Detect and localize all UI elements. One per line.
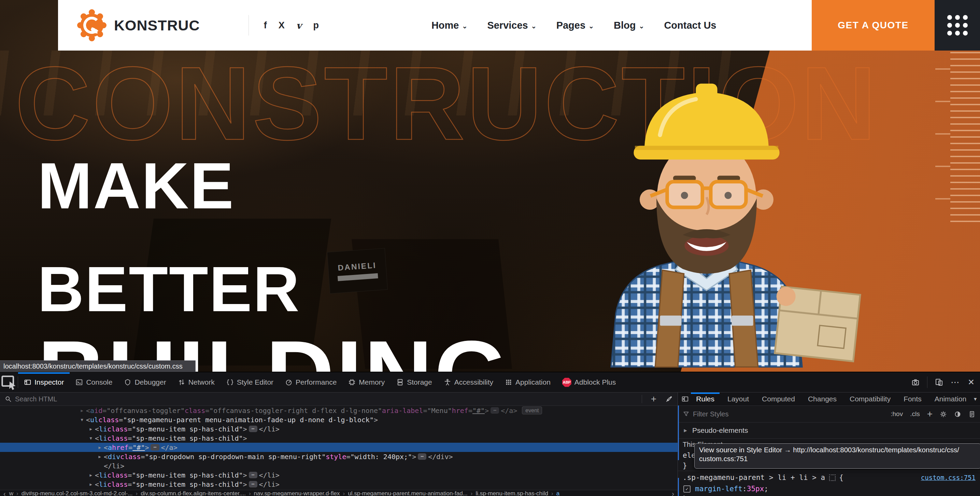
stylesheet-source-link[interactable]: custom.css:751 (921, 474, 975, 481)
sidebar-tab-changes[interactable]: Changes (802, 392, 843, 405)
light-scheme-simulation-button[interactable] (940, 411, 947, 418)
html-tree-row[interactable]: ▶<a href="#">⋯</a> (0, 443, 678, 452)
code-token: li (99, 471, 107, 479)
html-tree-row[interactable]: ▶<a id="offcanvas-toggler" class="offcan… (0, 406, 678, 415)
html-tree-row[interactable]: ▶<li class="sp-menu-item sp-has-child">⋯… (0, 424, 678, 434)
breadcrumb-item[interactable]: nav.sp-megamenu-wrapper.d-flex (254, 490, 340, 496)
vimeo-icon[interactable]: v (296, 20, 302, 31)
hero-headline-line1: MAKE (38, 153, 234, 218)
code-token: ul (90, 416, 98, 424)
search-html-input[interactable]: Search HTML (15, 395, 57, 403)
expand-inline-icon[interactable]: ⋯ (418, 453, 426, 460)
apps-grid-button[interactable] (935, 0, 980, 51)
breadcrumb-item[interactable]: ul.sp-megamenu-parent.menu-animation-fad… (348, 490, 468, 496)
responsive-mode-button[interactable] (935, 378, 943, 386)
sidebar-tab-animation[interactable]: Animation (928, 392, 973, 405)
expand-inline-icon[interactable]: ⋯ (249, 472, 258, 478)
twisty-icon[interactable]: ▶ (87, 427, 95, 431)
devtools-tab-memory[interactable]: Memory (342, 372, 390, 392)
rule-close-brace: } (678, 494, 980, 496)
get-a-quote-button[interactable]: GET A QUOTE (812, 0, 935, 51)
sidebar-tab-rules[interactable]: Rules (689, 392, 721, 405)
breadcrumb-item[interactable]: a (557, 490, 560, 496)
breadcrumb-scroll-right-icon[interactable]: › (668, 490, 678, 496)
pick-element-button[interactable] (0, 372, 18, 392)
devtools-tab-network[interactable]: Network (172, 372, 221, 392)
screenshot-button[interactable] (912, 378, 920, 386)
twisty-icon[interactable]: ▶ (87, 473, 95, 478)
html-tree-row[interactable]: ▶<li class="sp-menu-item sp-has-child">⋯… (0, 470, 678, 480)
nav-item-home[interactable]: Home⌄ (431, 20, 468, 31)
expand-inline-icon[interactable]: ⋯ (151, 444, 159, 451)
twisty-icon[interactable]: ▶ (87, 482, 95, 487)
breadcrumb-separator-icon: › (340, 490, 348, 496)
code-token: </li> (259, 480, 280, 488)
breadcrumb-item[interactable]: w (9, 490, 13, 496)
declaration-enabled-checkbox[interactable]: ✓ (683, 485, 690, 493)
sidebar-tabs-overflow-icon[interactable]: ▼ (973, 396, 980, 402)
sidebar-tab-fonts[interactable]: Fonts (897, 392, 928, 405)
html-tree-row[interactable]: ▼<ul class="sp-megamenu-parent menu-anim… (0, 415, 678, 424)
html-tree-row[interactable]: ▶<div class="sp-dropdown sp-dropdown-mai… (0, 452, 678, 461)
filter-styles-input[interactable]: Filter Styles (693, 410, 729, 418)
code-token: > (145, 443, 149, 451)
nav-item-services[interactable]: Services⌄ (487, 20, 536, 31)
toggle-pseudo-classes-button[interactable]: :hov (891, 410, 903, 418)
sidebar-collapse-button[interactable] (681, 395, 689, 403)
css-property-value[interactable]: 35px (747, 485, 764, 493)
html-tree-row[interactable]: </li> (0, 461, 678, 470)
toggle-classes-button[interactable]: .cls (910, 410, 920, 418)
devtools-tab-adblock-plus[interactable]: ABPAdblock Plus (557, 372, 622, 392)
facebook-icon[interactable]: f (264, 20, 267, 31)
twisty-icon[interactable]: ▶ (95, 455, 104, 459)
twisty-icon[interactable]: ▼ (78, 418, 86, 422)
pinterest-icon[interactable]: p (313, 20, 319, 31)
breadcrumb-item[interactable]: div.sp-column.d-flex.align-items-center.… (141, 490, 246, 496)
event-badge[interactable]: event (522, 407, 542, 415)
code-token: class (120, 453, 141, 461)
breadcrumb-item[interactable]: li.sp-menu-item.sp-has-child (476, 490, 548, 496)
application-icon (505, 378, 512, 386)
create-node-button[interactable]: + (651, 394, 656, 404)
x-twitter-icon[interactable]: X (278, 20, 285, 31)
html-tree-row[interactable]: ▶<li class="sp-menu-item sp-has-child">⋯… (0, 480, 678, 489)
add-rule-button[interactable]: + (927, 409, 932, 419)
twisty-icon[interactable]: ▶ (95, 445, 104, 450)
devtools-tab-storage[interactable]: Storage (390, 372, 438, 392)
expand-inline-icon[interactable]: ⋯ (249, 481, 258, 488)
eyedropper-button[interactable] (665, 395, 673, 403)
css-property-name[interactable]: margin-left (695, 485, 743, 493)
devtools-tab-application[interactable]: Application (499, 372, 557, 392)
sidebar-tab-computed[interactable]: Computed (756, 392, 802, 405)
twisty-icon[interactable]: ▶ (78, 408, 86, 413)
devtools-tab-inspector[interactable]: Inspector (18, 372, 70, 392)
nav-item-pages[interactable]: Pages⌄ (557, 20, 594, 31)
expand-inline-icon[interactable]: ⋯ (249, 426, 258, 432)
dark-scheme-simulation-button[interactable] (954, 411, 961, 418)
devtools-close-button[interactable]: ✕ (968, 378, 975, 387)
twisty-icon[interactable]: ▼ (87, 436, 95, 441)
devtools-tab-performance[interactable]: Performance (279, 372, 342, 392)
html-tree-row[interactable]: ▼<li class="sp-menu-item sp-has-child"> (0, 434, 678, 443)
brand-logo[interactable]: KONSTRUC (76, 8, 200, 42)
print-simulation-button[interactable] (968, 411, 975, 418)
twisty-icon[interactable]: ▶ (682, 428, 688, 433)
breadcrumb-item[interactable]: div#sp-menu.col-2.col-sm-3.col-md-2.col-… (22, 490, 133, 496)
sidebar-tab-compatibility[interactable]: Compatibility (843, 392, 897, 405)
devtools-tab-accessibility[interactable]: Accessibility (438, 372, 499, 392)
devtools-tab-debugger[interactable]: Debugger (118, 372, 172, 392)
nav-item-label: Contact Us (664, 20, 716, 31)
flex-highlighter-toggle-icon[interactable] (829, 474, 835, 481)
devtools-tab-style-editor[interactable]: Style Editor (221, 372, 279, 392)
devtools-menu-button[interactable]: ⋯ (951, 377, 960, 388)
expand-inline-icon[interactable]: ⋯ (490, 407, 499, 414)
pseudo-elements-section[interactable]: ▶ Pseudo-elements (678, 423, 980, 439)
devtools-tab-console[interactable]: Console (70, 372, 118, 392)
css-selector[interactable]: .sp-megamenu-parent > li + li > a (682, 474, 825, 482)
code-token: = (128, 425, 132, 433)
breadcrumb-scroll-left-icon[interactable]: ‹ (0, 490, 9, 496)
nav-item-contact-us[interactable]: Contact Us (664, 20, 716, 31)
background-sign: DANIELI (327, 248, 388, 294)
nav-item-blog[interactable]: Blog⌄ (614, 20, 644, 31)
sidebar-tab-layout[interactable]: Layout (721, 392, 756, 405)
